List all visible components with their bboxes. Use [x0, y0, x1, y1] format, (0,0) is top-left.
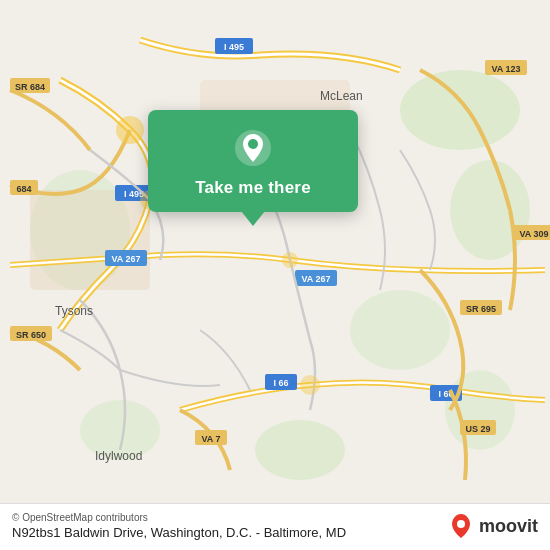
svg-point-44	[300, 375, 320, 395]
svg-text:VA 267: VA 267	[111, 254, 140, 264]
take-me-there-button[interactable]: Take me there	[195, 178, 311, 198]
svg-text:Idylwood: Idylwood	[95, 449, 142, 463]
svg-point-7	[255, 420, 345, 480]
svg-text:Tysons: Tysons	[55, 304, 93, 318]
moovit-icon	[447, 512, 475, 540]
address-section: © OpenStreetMap contributors N92tbs1 Bal…	[12, 512, 346, 540]
svg-point-46	[248, 139, 258, 149]
popup-card[interactable]: Take me there	[148, 110, 358, 212]
svg-text:I 495: I 495	[224, 42, 244, 52]
osm-credit: © OpenStreetMap contributors	[12, 512, 346, 523]
map-roads: I 495 I 495 VA 267 VA 267 I 66 I 66 SR 6…	[0, 0, 550, 550]
location-pin-icon	[233, 128, 273, 168]
svg-point-47	[457, 520, 465, 528]
svg-point-1	[400, 70, 520, 150]
svg-text:VA 267: VA 267	[301, 274, 330, 284]
svg-point-3	[350, 290, 450, 370]
svg-text:SR 684: SR 684	[15, 82, 45, 92]
svg-text:VA 7: VA 7	[201, 434, 220, 444]
moovit-logo: moovit	[447, 512, 538, 540]
moovit-text: moovit	[479, 516, 538, 537]
svg-text:I 66: I 66	[273, 378, 288, 388]
svg-text:VA 123: VA 123	[491, 64, 520, 74]
svg-point-2	[450, 160, 530, 260]
map-container: I 495 I 495 VA 267 VA 267 I 66 I 66 SR 6…	[0, 0, 550, 550]
bottom-bar: © OpenStreetMap contributors N92tbs1 Bal…	[0, 503, 550, 550]
svg-text:684: 684	[16, 184, 31, 194]
svg-text:McLean: McLean	[320, 89, 363, 103]
svg-point-41	[116, 116, 144, 144]
svg-text:SR 695: SR 695	[466, 304, 496, 314]
svg-text:US 29: US 29	[465, 424, 490, 434]
svg-text:SR 650: SR 650	[16, 330, 46, 340]
svg-point-6	[445, 370, 515, 450]
svg-point-43	[282, 252, 298, 268]
address-text: N92tbs1 Baldwin Drive, Washington, D.C. …	[12, 525, 346, 540]
svg-text:VA 309: VA 309	[519, 229, 548, 239]
